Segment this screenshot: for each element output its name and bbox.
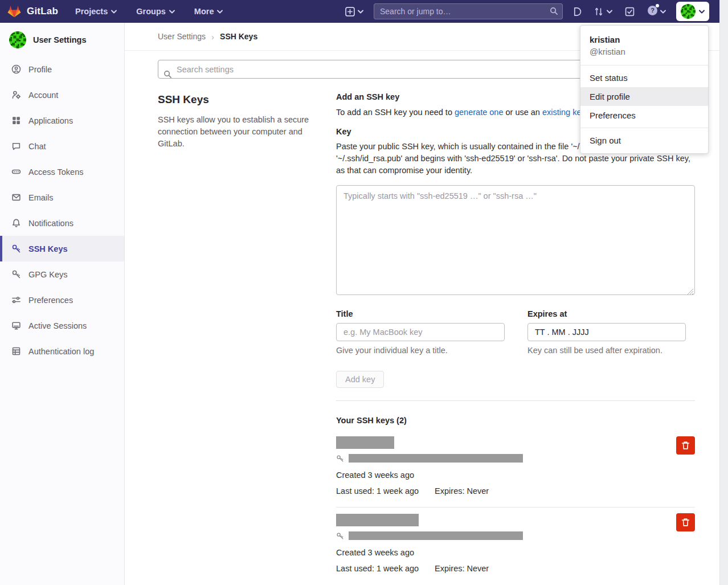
user-avatar [681,4,696,19]
issues-icon [572,7,582,17]
chevron-down-icon [660,10,666,14]
key-icon [336,532,344,540]
navbar-icon-group: ? [572,5,666,18]
nav-groups[interactable]: Groups [136,7,175,16]
sidebar-nav: Profile Account Applications Chat [0,56,124,364]
page-description: SSH keys allow you to establish a secure… [158,114,319,150]
todos-button[interactable] [625,7,635,17]
trash-icon [681,441,690,450]
menu-divider [580,128,708,128]
key-textarea[interactable] [336,185,695,295]
sidebar-item-profile[interactable]: Profile [0,56,124,82]
sidebar-item-gpg-keys[interactable]: GPG Keys [0,261,124,287]
issues-button[interactable] [572,7,582,17]
section-divider [336,400,695,401]
nav-more[interactable]: More [194,7,223,16]
expires-field-label: Expires at [527,309,686,318]
notification-dot [656,4,659,7]
sidebar-item-authentication-log[interactable]: Authentication log [0,338,124,364]
breadcrumb-parent[interactable]: User Settings [158,32,206,41]
top-navbar: GitLab Projects Groups More [0,0,719,23]
section-intro: SSH Keys SSH keys allow you to establish… [158,92,319,573]
title-field-label: Title [336,309,505,318]
account-icon [11,90,21,100]
key-last-used: Last used: 1 week ago [336,564,419,573]
sidebar-item-active-sessions[interactable]: Active Sessions [0,313,124,338]
sidebar-title: User Settings [33,35,86,44]
title-field-help: Give your individual key a title. [336,346,505,355]
key-created: Created 3 weeks ago [336,548,661,557]
key-title-redacted[interactable] [336,514,419,526]
plus-icon [345,7,355,17]
generate-one-link[interactable]: generate one [455,108,503,117]
user-dropdown-menu: kristian @kristian Set status Edit profi… [580,25,709,154]
sidebar-item-ssh-keys[interactable]: SSH Keys [0,236,124,261]
sidebar-item-applications[interactable]: Applications [0,108,124,133]
log-table-icon [11,346,21,356]
expires-field-help: Key can still be used after expiration. [527,346,686,355]
page-title: SSH Keys [158,93,319,106]
ssh-key-row: Created 3 weeks ago Last used: 1 week ag… [336,507,695,573]
help-menu-button[interactable]: ? [647,5,666,18]
breadcrumb-separator-icon: › [211,32,214,42]
access-tokens-icon [11,167,21,177]
profile-icon [11,64,21,74]
chevron-down-icon [699,10,705,14]
email-icon [11,193,21,202]
merge-request-icon [594,7,604,17]
title-field-group: Title Give your individual key a title. [336,309,505,355]
user-full-name: kristian [590,35,699,44]
global-search[interactable] [374,3,563,19]
bell-icon [11,218,21,228]
sidebar-item-account[interactable]: Account [0,82,124,108]
key-icon [11,244,21,253]
add-key-button[interactable]: Add key [336,371,384,388]
merge-requests-button[interactable] [594,7,612,17]
search-icon [550,7,558,15]
applications-icon [11,116,21,125]
ssh-key-row: Created 3 weeks ago Last used: 1 week ag… [336,436,695,496]
brand-wordmark: GitLab [27,6,58,17]
avatar [9,31,26,48]
gitlab-logo[interactable]: GitLab [7,5,58,19]
global-search-input[interactable] [374,3,563,19]
sidebar-item-emails[interactable]: Emails [0,185,124,210]
key-fingerprint-redacted [349,454,523,463]
delete-key-button[interactable] [676,513,695,531]
sidebar-item-access-tokens[interactable]: Access Tokens [0,159,124,185]
sidebar-item-preferences[interactable]: Preferences [0,287,124,313]
monitor-icon [11,321,21,330]
breadcrumb-current: SSH Keys [220,32,257,41]
search-icon [163,70,172,79]
menu-item-sign-out[interactable]: Sign out [580,131,708,150]
sidebar-header: User Settings [0,23,124,56]
chevron-down-icon [111,10,117,14]
key-title-redacted[interactable] [336,436,394,449]
chevron-down-icon [217,10,223,14]
todo-check-icon [625,7,635,17]
tanuki-icon [7,5,22,19]
existing-key-link[interactable]: existing key [542,108,585,117]
menu-item-preferences[interactable]: Preferences [580,106,708,125]
chevron-down-icon [607,10,612,14]
menu-item-set-status[interactable]: Set status [580,68,708,87]
chevron-down-icon [169,10,175,14]
user-handle: @kristian [590,47,699,56]
title-input[interactable] [336,323,505,341]
page-scrollbar[interactable] [719,0,728,585]
menu-item-edit-profile[interactable]: Edit profile [580,87,708,106]
sidebar-item-notifications[interactable]: Notifications [0,210,124,236]
sliders-icon [11,295,21,305]
delete-key-button[interactable] [676,436,695,455]
sidebar-item-chat[interactable]: Chat [0,133,124,159]
key-icon [336,455,344,463]
key-expires: Expires: Never [435,486,489,496]
new-menu-button[interactable] [345,7,363,17]
expires-date-input[interactable] [527,323,686,341]
user-menu-button[interactable] [676,2,709,21]
trash-icon [681,518,690,527]
navbar-right: ? [345,2,709,21]
key-created: Created 3 weeks ago [336,471,661,480]
nav-projects[interactable]: Projects [75,7,117,16]
user-menu-header: kristian @kristian [580,29,708,62]
